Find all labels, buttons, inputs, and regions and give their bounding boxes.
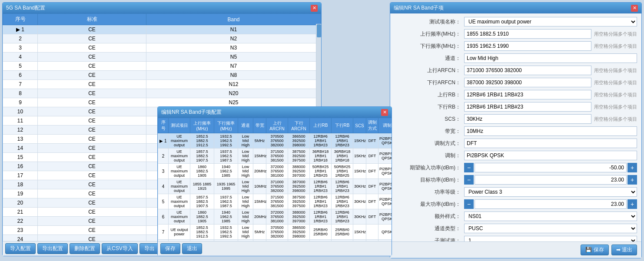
- mid-row-ul-rb: 12RB#6 1RB#1 1RB#23: [310, 179, 332, 194]
- table-row[interactable]: 6 UE maximum output 1860 1882.5 1905 194…: [158, 209, 392, 225]
- power-class-select[interactable]: Power Class 3: [464, 187, 637, 197]
- dl-freq-input[interactable]: [464, 41, 591, 51]
- target-power-minus[interactable]: −: [464, 175, 474, 185]
- mid-row-dl-freq: 1932.5 1962.5 1992.5: [214, 225, 238, 240]
- row-std: CE: [38, 126, 146, 135]
- table-row[interactable]: 5 UE maximum output 1857.5 1882.5 1907.5…: [158, 194, 392, 209]
- mid-row-ch: Low Mid High: [238, 179, 253, 194]
- exp-power-minus[interactable]: −: [464, 163, 474, 172]
- exp-power-input[interactable]: [475, 163, 627, 172]
- dl-rb-input[interactable]: [464, 102, 591, 112]
- table-row[interactable]: 9 CE N25: [3, 98, 321, 107]
- right-save-button[interactable]: 💾 保存: [581, 244, 608, 255]
- right-exit-button[interactable]: ➡ 退出: [611, 244, 637, 255]
- mid-window-title: 编辑NR SA Band子项配置: [161, 109, 222, 116]
- max-power-minus[interactable]: −: [464, 199, 474, 209]
- dl-arfcn-input[interactable]: [464, 78, 591, 87]
- mod-input[interactable]: [464, 151, 637, 160]
- table-row[interactable]: 2 UE maximum output 1857.5 1882.5 1907.5…: [158, 149, 392, 164]
- save-icon: 💾: [585, 247, 592, 253]
- row-std: CE: [38, 171, 146, 180]
- bw-row: 带宽：: [395, 126, 637, 136]
- target-power-row: 目标功率(dBm)： − +: [395, 175, 637, 185]
- table-row[interactable]: 3 CE N3: [3, 43, 321, 53]
- row-std: CE: [38, 153, 146, 162]
- target-power-label: 目标功率(dBm)：: [395, 176, 464, 184]
- mid-window-title-bar: 编辑NR SA Band子项配置 ✕: [158, 107, 392, 118]
- row-band: N1: [146, 25, 321, 34]
- row-id: 2: [3, 34, 38, 43]
- mid-row-ch: Low Mid High: [238, 194, 253, 209]
- mid-exit-button[interactable]: 退出: [182, 243, 202, 254]
- table-row[interactable]: 5 CE N7: [3, 62, 321, 71]
- table-row[interactable]: 6 CE N8: [3, 71, 321, 80]
- max-power-plus[interactable]: +: [627, 199, 637, 209]
- main-close-button[interactable]: ✕: [311, 5, 318, 12]
- bw-input[interactable]: [464, 126, 637, 136]
- table-row[interactable]: 2 CE N2: [3, 34, 321, 43]
- delete-config-button[interactable]: 删除配置: [70, 243, 100, 254]
- row-std: CE: [38, 89, 146, 98]
- ul-rb-input[interactable]: [464, 90, 591, 99]
- import-config-button[interactable]: 导入配置: [5, 243, 36, 254]
- table-row[interactable]: 7 UE output power 1852.5 1882.5 1912.5 1…: [158, 225, 392, 240]
- ul-arfcn-label: 上行ARFCN：: [395, 67, 464, 74]
- dl-rb-row: 下行RB： 用空格分隔多个项目: [395, 102, 637, 112]
- dl-arfcn-row: 下行ARFCN： 用空格分隔多个项目: [395, 78, 637, 87]
- table-row[interactable]: 8 CE N20: [3, 89, 321, 98]
- mid-row-dl-rb: 50RB#25 1RB#1 1RB#25: [332, 164, 353, 179]
- row-id: 8: [3, 89, 38, 98]
- ch-type-row: 通道类型： PUSC: [395, 224, 637, 233]
- scs-input[interactable]: [464, 114, 591, 124]
- mid-row-scs: 30KHz: [353, 209, 366, 225]
- mid-row-dl-arcfn: 386500 392500 398000: [288, 133, 310, 149]
- ul-arfcn-input[interactable]: [464, 66, 591, 75]
- table-row[interactable]: 4 UE maximum output 1855 1885 1915 1935 …: [158, 179, 392, 194]
- row-id: 16: [3, 162, 38, 171]
- extra-select[interactable]: NS01: [464, 211, 637, 221]
- dl-rb-hint: 用空格分隔多个项目: [594, 104, 637, 110]
- mid-row-ch: Low Mid High: [238, 209, 253, 225]
- row-id: 24: [3, 235, 38, 241]
- mid-row-mod-type: DFT: [366, 133, 378, 149]
- ul-freq-input[interactable]: [464, 29, 591, 39]
- ul-freq-hint: 用空格分隔多个项目: [594, 31, 637, 37]
- mid-row-scs: 15KHz: [353, 149, 366, 164]
- mid-close-button[interactable]: ✕: [381, 109, 388, 116]
- mid-row-mod: Pi2BPSK QPSK: [378, 194, 392, 209]
- mid-row-scs: 15KHz: [353, 225, 366, 240]
- export-config-button[interactable]: 导出配置: [37, 243, 68, 254]
- right-close-button[interactable]: ✕: [631, 5, 638, 12]
- max-power-input[interactable]: [475, 199, 627, 209]
- exp-power-plus[interactable]: +: [627, 163, 637, 172]
- row-band: N25: [146, 98, 321, 107]
- mid-save-button[interactable]: 保存: [160, 243, 180, 254]
- target-power-input[interactable]: [475, 175, 627, 185]
- table-row[interactable]: 4 CE N5: [3, 53, 321, 62]
- max-power-row: 最大功率(dBm)： − +: [395, 199, 637, 209]
- export-button[interactable]: 导出: [139, 243, 159, 254]
- import-csv-button[interactable]: 从CSV导入: [102, 243, 138, 254]
- test-name-select[interactable]: UE maximum output power: [464, 17, 637, 26]
- right-bottom-bar: 💾 保存 ➡ 退出: [390, 241, 641, 258]
- target-power-plus[interactable]: +: [627, 175, 637, 185]
- row-id: 14: [3, 144, 38, 153]
- ch-type-select[interactable]: PUSC: [464, 224, 637, 233]
- table-row[interactable]: 7 CE N12: [3, 80, 321, 89]
- test-name-row: 测试项名称： UE maximum output power: [395, 17, 637, 26]
- table-row[interactable]: ▶ 1 UE maximum output 1852.5 1882.5 1912…: [158, 133, 392, 149]
- row-std: CE: [38, 25, 146, 34]
- scs-row: SCS： 用空格分隔多个项目: [395, 114, 637, 124]
- mid-row-ul-arcfn: 371000 376500 382000: [266, 179, 288, 194]
- mid-table-container: 序号 测试项目 上行频率(MHz) 下行频率(MHz) 通道 带宽 上行ARCF…: [158, 118, 392, 241]
- mod-row: 调制：: [395, 151, 637, 160]
- mid-row-dl-freq: 1940 1962.5 1985: [214, 164, 238, 179]
- mid-row-bw: 5MHz: [253, 225, 266, 240]
- sub-test-select[interactable]: 1: [464, 236, 637, 241]
- dft-input[interactable]: [464, 139, 637, 148]
- mid-col-ul-arcfn: 上行ARCFN: [266, 118, 288, 133]
- table-row[interactable]: 3 UE maximum output 1860 1882.5 1905 194…: [158, 164, 392, 179]
- channel-input[interactable]: [464, 53, 637, 63]
- row-std: CE: [38, 162, 146, 171]
- table-row[interactable]: ▶ 1 CE N1: [3, 25, 321, 34]
